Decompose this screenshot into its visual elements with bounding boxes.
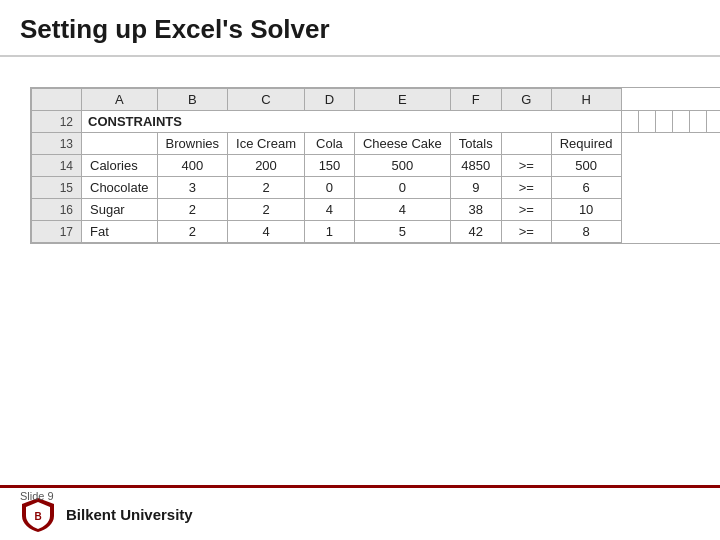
cell: 500 bbox=[551, 155, 621, 177]
cell: Cola bbox=[304, 133, 354, 155]
cell bbox=[82, 133, 158, 155]
cell: 42 bbox=[450, 221, 501, 243]
table-row: 14Calories4002001505004850>=500 bbox=[32, 155, 721, 177]
cell: 200 bbox=[228, 155, 305, 177]
spreadsheet-table: A B C D E F G H 12CONSTRAINTS13BrowniesI… bbox=[31, 88, 720, 243]
row-number: 17 bbox=[32, 221, 82, 243]
cell: 4 bbox=[228, 221, 305, 243]
cell: 0 bbox=[354, 177, 450, 199]
cell: 0 bbox=[304, 177, 354, 199]
cell: CONSTRAINTS bbox=[82, 111, 622, 133]
cell: Calories bbox=[82, 155, 158, 177]
cell bbox=[501, 133, 551, 155]
col-header-C: C bbox=[228, 89, 305, 111]
cell bbox=[689, 111, 706, 133]
cell: Brownies bbox=[157, 133, 227, 155]
cell: 6 bbox=[551, 177, 621, 199]
cell: 400 bbox=[157, 155, 227, 177]
cell: >= bbox=[501, 155, 551, 177]
cell: Required bbox=[551, 133, 621, 155]
cell: 1 bbox=[304, 221, 354, 243]
cell: 38 bbox=[450, 199, 501, 221]
cell: Chocolate bbox=[82, 177, 158, 199]
cell bbox=[706, 111, 720, 133]
table-row: 16Sugar224438>=10 bbox=[32, 199, 721, 221]
main-content: A B C D E F G H 12CONSTRAINTS13BrowniesI… bbox=[0, 57, 720, 268]
row-number: 12 bbox=[32, 111, 82, 133]
col-header-A: A bbox=[82, 89, 158, 111]
cell bbox=[621, 111, 638, 133]
table-row: 17Fat241542>=8 bbox=[32, 221, 721, 243]
col-header-B: B bbox=[157, 89, 227, 111]
row-number: 14 bbox=[32, 155, 82, 177]
cell: >= bbox=[501, 199, 551, 221]
cell: 2 bbox=[157, 221, 227, 243]
cell: Ice Cream bbox=[228, 133, 305, 155]
cell: Fat bbox=[82, 221, 158, 243]
cell: 8 bbox=[551, 221, 621, 243]
spreadsheet-wrapper: A B C D E F G H 12CONSTRAINTS13BrowniesI… bbox=[30, 87, 720, 244]
col-header-H: H bbox=[551, 89, 621, 111]
cell: 3 bbox=[157, 177, 227, 199]
cell: 4850 bbox=[450, 155, 501, 177]
col-header-E: E bbox=[354, 89, 450, 111]
cell: >= bbox=[501, 221, 551, 243]
cell: 4 bbox=[304, 199, 354, 221]
cell: 4 bbox=[354, 199, 450, 221]
table-row: 13BrowniesIce CreamColaCheese CakeTotals… bbox=[32, 133, 721, 155]
table-row: 15Chocolate32009>=6 bbox=[32, 177, 721, 199]
cell: >= bbox=[501, 177, 551, 199]
title-bar: Setting up Excel's Solver bbox=[0, 0, 720, 57]
table-row: 12CONSTRAINTS bbox=[32, 111, 721, 133]
footer: B Bilkent University bbox=[0, 485, 720, 540]
cell: 2 bbox=[228, 177, 305, 199]
svg-text:B: B bbox=[34, 511, 41, 522]
row-number: 16 bbox=[32, 199, 82, 221]
cell: 500 bbox=[354, 155, 450, 177]
cell: 10 bbox=[551, 199, 621, 221]
col-header-F: F bbox=[450, 89, 501, 111]
row-number: 15 bbox=[32, 177, 82, 199]
col-header-rownum bbox=[32, 89, 82, 111]
page-title: Setting up Excel's Solver bbox=[20, 14, 330, 44]
col-header-D: D bbox=[304, 89, 354, 111]
col-header-G: G bbox=[501, 89, 551, 111]
cell: 5 bbox=[354, 221, 450, 243]
cell: 2 bbox=[228, 199, 305, 221]
cell: 150 bbox=[304, 155, 354, 177]
slide-label: Slide 9 bbox=[20, 490, 54, 502]
university-name: Bilkent University bbox=[66, 506, 193, 523]
cell bbox=[672, 111, 689, 133]
cell: 9 bbox=[450, 177, 501, 199]
row-number: 13 bbox=[32, 133, 82, 155]
cell bbox=[638, 111, 655, 133]
col-header-row: A B C D E F G H bbox=[32, 89, 721, 111]
cell: Cheese Cake bbox=[354, 133, 450, 155]
cell: 2 bbox=[157, 199, 227, 221]
cell: Totals bbox=[450, 133, 501, 155]
cell: Sugar bbox=[82, 199, 158, 221]
cell bbox=[655, 111, 672, 133]
